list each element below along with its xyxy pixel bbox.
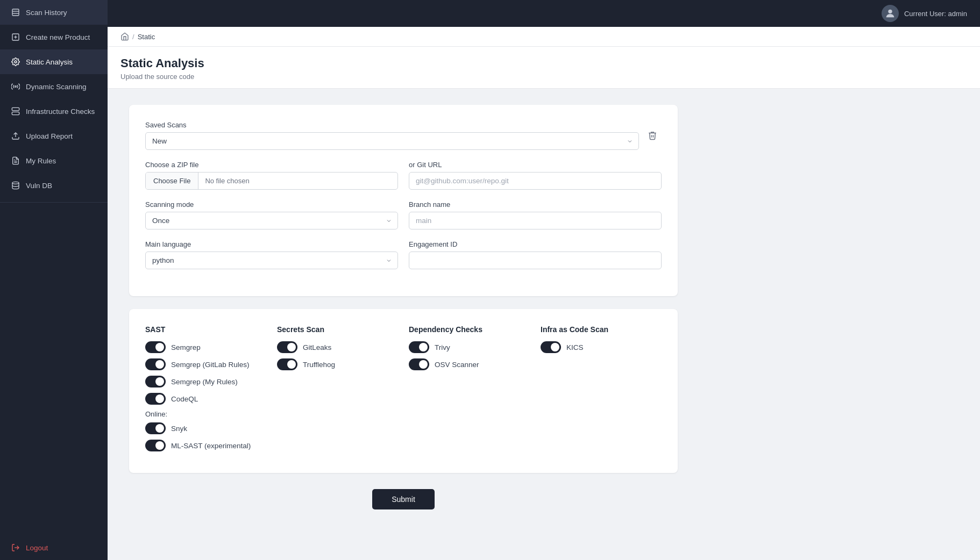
secrets-title: Secrets Scan (277, 325, 398, 334)
svg-rect-0 (12, 9, 19, 16)
trivy-label: Trivy (435, 343, 450, 351)
choose-file-button[interactable]: Choose File (146, 173, 198, 189)
engagement-id-input[interactable]: 23 (409, 252, 662, 269)
sidebar-label: My Rules (26, 157, 56, 165)
main-language-label: Main language (145, 240, 398, 248)
sidebar-item-create-product[interactable]: Create new Product (0, 25, 108, 49)
svg-point-6 (15, 61, 17, 63)
avatar (882, 5, 899, 22)
toggle-trivy: Trivy (409, 341, 530, 353)
engagement-id-group: Engagement ID 23 (409, 240, 662, 269)
main-content: / Static Static Analysis Upload the sour… (108, 27, 980, 560)
osv-toggle[interactable] (409, 358, 429, 370)
infra-title: Infra as Code Scan (541, 325, 662, 334)
sidebar-label: Scan History (26, 9, 67, 17)
file-git-row: Choose a ZIP file Choose File No file ch… (145, 161, 662, 190)
gitleaks-toggle[interactable] (277, 341, 297, 353)
logout-icon (11, 543, 20, 552)
online-label: Online: (145, 410, 266, 418)
infra-group: Infra as Code Scan KICS (541, 325, 662, 457)
snyk-label: Snyk (171, 425, 187, 433)
toggle-codeql: CodeQL (145, 393, 266, 405)
page-subtitle: Upload the source code (120, 73, 967, 81)
main-language-select[interactable]: python (145, 252, 398, 269)
sast-title: SAST (145, 325, 266, 334)
sidebar-label: Create new Product (26, 33, 90, 41)
tools-section: SAST Semgrep Semgrep (GitLab Rules) (129, 309, 678, 473)
dependency-group: Dependency Checks Trivy OSV Scanner (409, 325, 530, 457)
mode-branch-row: Scanning mode Once Branch name (145, 200, 662, 229)
engagement-id-label: Engagement ID (409, 240, 662, 248)
toggle-kics: KICS (541, 341, 662, 353)
toggle-mlsast: ML-SAST (experimental) (145, 440, 266, 451)
sidebar-item-dynamic-scanning[interactable]: Dynamic Scanning (0, 74, 108, 99)
snyk-toggle[interactable] (145, 422, 166, 434)
semgrep-slider (145, 341, 166, 353)
gear-icon (11, 57, 20, 67)
scanning-mode-group: Scanning mode Once (145, 200, 398, 229)
sidebar-label: Infrastructure Checks (26, 107, 95, 116)
sidebar-item-upload-report[interactable]: Upload Report (0, 124, 108, 148)
git-url-label: or Git URL (409, 161, 662, 169)
plus-square-icon (11, 32, 20, 42)
toggle-gitleaks: GitLeaks (277, 341, 398, 353)
semgrep-myrules-toggle[interactable] (145, 376, 166, 387)
sast-group: SAST Semgrep Semgrep (GitLab Rules) (145, 325, 266, 457)
saved-scans-select[interactable]: New (145, 132, 639, 150)
scanning-mode-label: Scanning mode (145, 200, 398, 209)
sidebar-label: Static Analysis (26, 58, 73, 66)
svg-rect-9 (12, 112, 19, 114)
submit-section: Submit (129, 473, 678, 515)
gitleaks-slider (277, 341, 297, 353)
git-url-input[interactable] (409, 172, 662, 190)
kics-toggle[interactable] (541, 341, 561, 353)
toggle-osv: OSV Scanner (409, 358, 530, 370)
page-header: Static Analysis Upload the source code (108, 47, 980, 89)
breadcrumb-separator: / (132, 33, 134, 41)
sidebar-item-static-analysis[interactable]: Static Analysis (0, 49, 108, 74)
delete-saved-scan-button[interactable] (643, 126, 662, 145)
sidebar-item-infrastructure-checks[interactable]: Infrastructure Checks (0, 99, 108, 124)
form-card: Saved Scans New Choose a ZIP file Choose… (129, 105, 678, 296)
trivy-toggle[interactable] (409, 341, 429, 353)
tools-grid: SAST Semgrep Semgrep (GitLab Rules) (145, 325, 662, 457)
trufflehog-label: Trufflehog (303, 361, 335, 369)
submit-button[interactable]: Submit (372, 489, 435, 509)
toggle-semgrep: Semgrep (145, 341, 266, 353)
osv-label: OSV Scanner (435, 361, 479, 369)
sidebar-item-logout[interactable]: Logout (0, 535, 108, 560)
scanning-mode-select[interactable]: Once (145, 212, 398, 229)
mlsast-toggle[interactable] (145, 440, 166, 451)
mlsast-label: ML-SAST (experimental) (171, 442, 251, 450)
kics-slider (541, 341, 561, 353)
saved-scans-group: Saved Scans New (145, 121, 639, 150)
kics-label: KICS (566, 343, 584, 351)
toggle-trufflehog: Trufflehog (277, 358, 398, 370)
sidebar-label: Upload Report (26, 132, 73, 140)
page-title: Static Analysis (120, 56, 967, 70)
saved-scans-row: Saved Scans New (145, 121, 662, 150)
sidebar-label: Dynamic Scanning (26, 83, 87, 91)
sidebar-item-scan-history[interactable]: Scan History (0, 0, 108, 25)
sidebar-item-vuln-db[interactable]: Vuln DB (0, 173, 108, 198)
user-info: Current User: admin (882, 5, 967, 22)
dependency-title: Dependency Checks (409, 325, 530, 334)
svg-point-7 (15, 86, 17, 88)
semgrep-gitlab-label: Semgrep (GitLab Rules) (171, 361, 250, 369)
gitleaks-label: GitLeaks (303, 343, 331, 351)
sidebar-item-my-rules[interactable]: My Rules (0, 148, 108, 173)
file-name-display: No file chosen (198, 173, 397, 189)
codeql-toggle[interactable] (145, 393, 166, 405)
saved-scans-label: Saved Scans (145, 121, 639, 129)
trufflehog-toggle[interactable] (277, 358, 297, 370)
radar-icon (11, 82, 20, 91)
semgrep-gitlab-toggle[interactable] (145, 358, 166, 370)
sidebar: Scan History Create new Product Static A… (0, 0, 108, 560)
semgrep-myrules-slider (145, 376, 166, 387)
semgrep-label: Semgrep (171, 343, 201, 351)
file-input-group: Choose File No file chosen (145, 172, 398, 190)
toggle-semgrep-myrules: Semgrep (My Rules) (145, 376, 266, 387)
main-language-group: Main language python (145, 240, 398, 269)
semgrep-toggle[interactable] (145, 341, 166, 353)
branch-name-input[interactable] (409, 212, 662, 229)
